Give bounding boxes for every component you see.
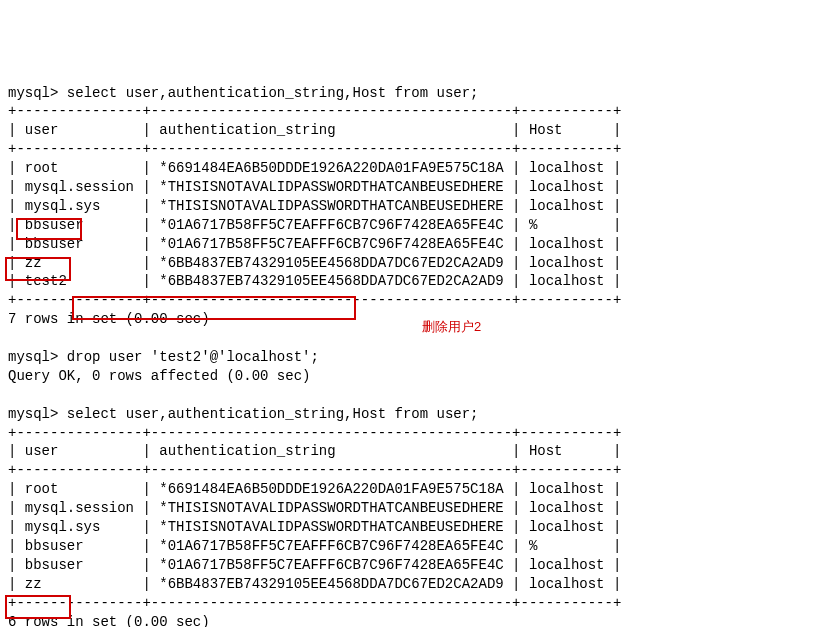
table-border: +---------------+-----------------------… bbox=[8, 103, 621, 119]
table-border: +---------------+-----------------------… bbox=[8, 141, 621, 157]
table-border: +---------------+-----------------------… bbox=[8, 425, 621, 441]
table-border: +---------------+-----------------------… bbox=[8, 462, 621, 478]
mysql-prompt: mysql> bbox=[8, 406, 58, 422]
sql-query-select-2: select user,authentication_string,Host f… bbox=[67, 406, 479, 422]
table-row: | root | *6691484EA6B50DDDE1926A220DA01F… bbox=[8, 481, 621, 497]
result-summary-2: 6 rows in set (0.00 sec) bbox=[8, 614, 210, 628]
table-header: | user | authentication_string | Host | bbox=[8, 122, 621, 138]
annotation-delete-user: 删除用户2 bbox=[422, 318, 481, 336]
table-header: | user | authentication_string | Host | bbox=[8, 443, 621, 459]
table-row: | test2 | *6BB4837EB74329105EE4568DDA7DC… bbox=[8, 273, 621, 289]
table-row: | bbsuser | *01A6717B58FF5C7EAFFF6CB7C96… bbox=[8, 236, 621, 252]
table-row: | zz | *6BB4837EB74329105EE4568DDA7DC67E… bbox=[8, 576, 621, 592]
table-row: | mysql.sys | *THISISNOTAVALIDPASSWORDTH… bbox=[8, 198, 621, 214]
table-row: | bbsuser | *01A6717B58FF5C7EAFFF6CB7C96… bbox=[8, 557, 621, 573]
mysql-prompt: mysql> bbox=[8, 85, 58, 101]
table-border: +---------------+-----------------------… bbox=[8, 292, 621, 308]
sql-query-drop: drop user 'test2'@'localhost'; bbox=[67, 349, 319, 365]
mysql-prompt: mysql> bbox=[8, 349, 58, 365]
table-border: +---------------+-----------------------… bbox=[8, 595, 621, 611]
table-row: | bbsuser | *01A6717B58FF5C7EAFFF6CB7C96… bbox=[8, 217, 621, 233]
table-row: | zz | *6BB4837EB74329105EE4568DDA7DC67E… bbox=[8, 255, 621, 271]
table-row: | root | *6691484EA6B50DDDE1926A220DA01F… bbox=[8, 160, 621, 176]
sql-query-select-1: select user,authentication_string,Host f… bbox=[67, 85, 479, 101]
table-row: | mysql.session | *THISISNOTAVALIDPASSWO… bbox=[8, 500, 621, 516]
query-ok-result: Query OK, 0 rows affected (0.00 sec) bbox=[8, 368, 310, 384]
result-summary-1: 7 rows in set (0.00 sec) bbox=[8, 311, 210, 327]
table-row: | mysql.session | *THISISNOTAVALIDPASSWO… bbox=[8, 179, 621, 195]
table-row: | bbsuser | *01A6717B58FF5C7EAFFF6CB7C96… bbox=[8, 538, 621, 554]
table-row: | mysql.sys | *THISISNOTAVALIDPASSWORDTH… bbox=[8, 519, 621, 535]
